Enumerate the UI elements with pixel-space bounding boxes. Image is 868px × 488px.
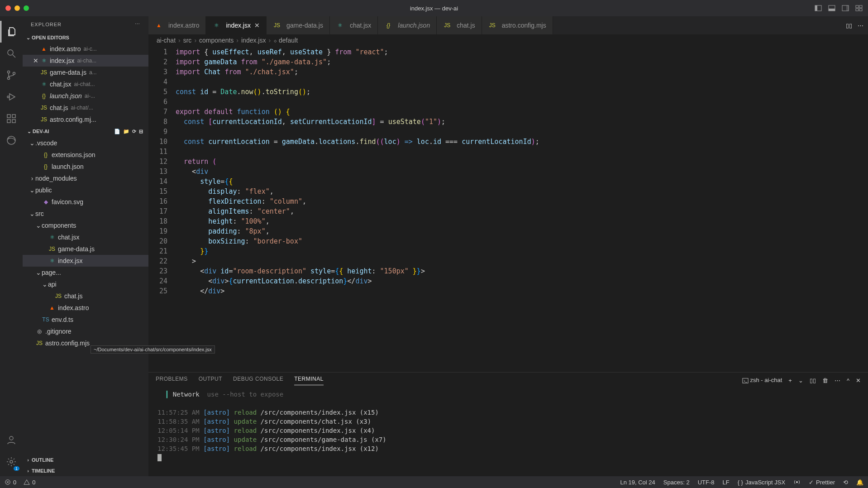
folder-item[interactable]: ⌄src [23, 208, 148, 220]
close-panel-icon[interactable]: ✕ [856, 377, 861, 384]
status-errors[interactable]: 0 [5, 479, 16, 486]
more-icon[interactable]: ⋯ [858, 22, 863, 29]
account-activity[interactable] [0, 429, 22, 451]
debug-activity[interactable] [0, 86, 22, 108]
layout-sidebar-left-icon[interactable] [815, 5, 822, 12]
file-item[interactable]: ▲index.astro [23, 302, 148, 314]
editor-tab[interactable]: JSchat.js [437, 16, 482, 34]
gear-icon [6, 456, 17, 467]
open-editors-header[interactable]: ⌄ OPEN EDITORS [23, 32, 148, 43]
terminal-profile[interactable]: zsh - ai-chat [742, 377, 782, 384]
open-editor-item[interactable]: JSastro.config.mj... [23, 114, 148, 125]
editor-tab[interactable]: {}launch.json [378, 16, 437, 34]
breadcrumb-item[interactable]: components [199, 37, 234, 44]
folder-item[interactable]: ⌄page... [23, 267, 148, 278]
timeline-header[interactable]: › TIMELINE [23, 465, 148, 476]
open-editor-item[interactable]: ✕⚛index.jsxai-cha... [23, 55, 148, 67]
status-warnings[interactable]: 0 [24, 479, 35, 486]
open-editor-item[interactable]: {}launch.jsonai-... [23, 90, 148, 102]
file-item[interactable]: ⚛index.jsx [23, 255, 148, 267]
settings-activity[interactable]: 1 [0, 451, 22, 473]
minimize-window-button[interactable] [14, 5, 20, 11]
file-item[interactable]: TSenv.d.ts [23, 314, 148, 325]
more-icon[interactable]: ⋯ [835, 377, 840, 384]
line-gutter: 1234567891011121314151617181920212223242… [148, 46, 176, 372]
status-bell-icon[interactable]: 🔔 [856, 479, 863, 486]
explorer-sidebar: EXPLORER ⋯ ⌄ OPEN EDITORS ▲index.astroai… [23, 16, 148, 476]
panel-tab-problems[interactable]: PROBLEMS [156, 376, 188, 385]
close-tab-icon[interactable]: ✕ [254, 22, 260, 29]
status-prettier[interactable]: ✓ Prettier [809, 479, 835, 486]
open-editor-item[interactable]: ⚛chat.jsxai-chat... [23, 78, 148, 90]
close-window-button[interactable] [5, 5, 11, 11]
maximize-panel-icon[interactable]: ^ [847, 377, 849, 384]
layout-customize-icon[interactable] [855, 5, 863, 12]
folder-item[interactable]: ⌄api [23, 278, 148, 290]
new-terminal-icon[interactable]: + [788, 377, 792, 384]
editor-body[interactable]: 1234567891011121314151617181920212223242… [148, 46, 868, 372]
panel-tab-output[interactable]: OUTPUT [199, 376, 222, 385]
close-icon[interactable]: ✕ [32, 57, 40, 64]
status-cursor[interactable]: Ln 19, Col 24 [620, 479, 655, 486]
status-feedback-icon[interactable] [793, 478, 801, 486]
folder-item[interactable]: ⌄public [23, 184, 148, 196]
file-item[interactable]: ◆favicon.svg [23, 196, 148, 208]
remote-activity[interactable] [0, 129, 22, 151]
layout-panel-icon[interactable] [828, 5, 835, 12]
status-eol[interactable]: LF [722, 479, 729, 486]
folder-item[interactable]: ⌄.vscode [23, 137, 148, 149]
file-name: favicon.svg [52, 198, 83, 206]
layout-sidebar-right-icon[interactable] [842, 5, 849, 12]
open-editor-item[interactable]: ▲index.astroai-c... [23, 43, 148, 55]
source-control-activity[interactable] [0, 64, 22, 86]
file-item[interactable]: JSgame-data.js [23, 243, 148, 255]
new-file-icon[interactable]: 📄 [114, 129, 120, 134]
file-name: chat.js [50, 104, 68, 111]
outline-header[interactable]: › OUTLINE [23, 455, 148, 465]
braces-icon: { } [738, 479, 743, 486]
open-editor-item[interactable]: JSgame-data.jsa... [23, 67, 148, 78]
status-sync-icon[interactable]: ⟲ [843, 479, 848, 486]
editor-tab[interactable]: JSastro.config.mjs [482, 16, 553, 34]
code-content[interactable]: import { useEffect, useRef, useState } f… [176, 46, 868, 372]
explorer-activity[interactable] [0, 21, 22, 43]
split-terminal-icon[interactable]: ▯▯ [810, 377, 816, 384]
astro-icon: ▲ [155, 22, 163, 29]
project-header[interactable]: ⌄ DEV-AI 📄 📁 ⟳ ⊟ [23, 125, 148, 137]
breadcrumb-item[interactable]: src [183, 37, 192, 44]
editor-tab[interactable]: ▲index.astro [148, 16, 206, 34]
panel-tab-terminal[interactable]: TERMINAL [294, 376, 324, 385]
breadcrumbs[interactable]: ai-chat›src›components›index.jsx›⬦ defau… [148, 34, 868, 46]
maximize-window-button[interactable] [24, 5, 29, 11]
refresh-icon[interactable]: ⟳ [132, 129, 136, 134]
collapse-icon[interactable]: ⊟ [139, 129, 143, 134]
breadcrumb-item[interactable]: ⬦ default [273, 37, 298, 44]
terminal-output[interactable]: ┃ Network use --host to expose11:57:25 A… [148, 388, 868, 476]
folder-item[interactable]: ›node_modules [23, 172, 148, 184]
editor-tab[interactable]: ⚛chat.jsx [330, 16, 378, 34]
panel-tab-debug-console[interactable]: DEBUG CONSOLE [233, 376, 283, 385]
radio-icon [793, 478, 801, 486]
file-item[interactable]: {}extensions.json [23, 149, 148, 161]
editor-tab[interactable]: ⚛index.jsx✕ [206, 16, 266, 34]
status-lang[interactable]: { } JavaScript JSX [738, 479, 785, 486]
editor-tab[interactable]: JSgame-data.js [267, 16, 330, 34]
split-editor-icon[interactable]: ▯▯ [846, 22, 852, 29]
new-folder-icon[interactable]: 📁 [123, 129, 129, 134]
terminal-dropdown-icon[interactable]: ⌄ [798, 377, 803, 384]
file-item[interactable]: JSchat.js [23, 290, 148, 302]
file-item[interactable]: ⚛chat.jsx [23, 231, 148, 243]
extensions-activity[interactable] [0, 108, 22, 129]
chevron-right-icon: › [29, 175, 35, 182]
file-item[interactable]: {}launch.json [23, 161, 148, 172]
breadcrumb-item[interactable]: index.jsx [241, 37, 266, 44]
kill-terminal-icon[interactable]: 🗑 [822, 377, 828, 384]
breadcrumb-item[interactable]: ai-chat [157, 37, 176, 44]
folder-item[interactable]: ⌄components [23, 220, 148, 231]
status-encoding[interactable]: UTF-8 [698, 479, 715, 486]
file-item[interactable]: ◎.gitignore [23, 325, 148, 337]
explorer-more-icon[interactable]: ⋯ [135, 21, 140, 27]
status-spaces[interactable]: Spaces: 2 [663, 479, 690, 486]
search-activity[interactable] [0, 43, 22, 64]
open-editor-item[interactable]: JSchat.jsai-chat/... [23, 102, 148, 114]
